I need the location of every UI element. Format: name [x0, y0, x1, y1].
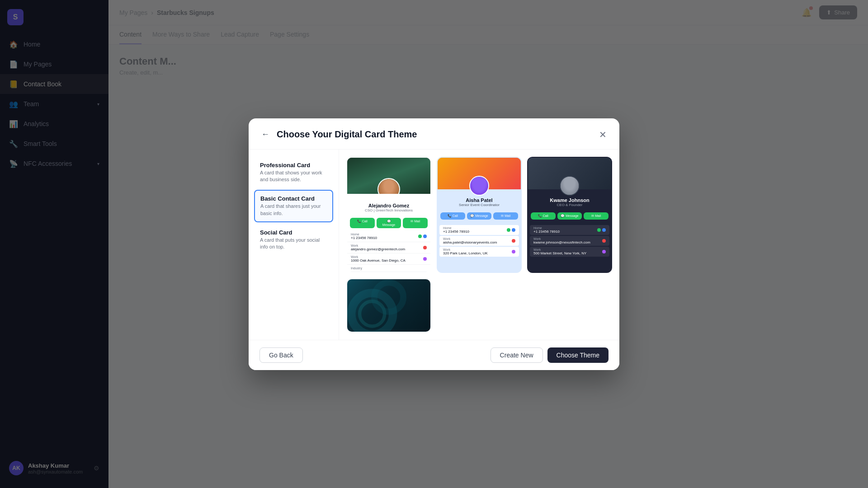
create-new-button[interactable]: Create New: [491, 347, 543, 363]
card-type-basic[interactable]: Basic Contact Card A card that shares ju…: [254, 190, 333, 222]
footer-actions: Create New Choose Theme: [491, 347, 609, 363]
theme-kwame[interactable]: Kwame Johnson CEO & Founder 📞 Call 💬 Mes…: [527, 157, 612, 273]
modal-close-button[interactable]: ✕: [597, 127, 609, 142]
go-back-button[interactable]: Go Back: [259, 347, 303, 363]
modal-overlay[interactable]: ← Choose Your Digital Card Theme ✕ Profe…: [0, 0, 868, 488]
mail-btn-kwame[interactable]: ✉ Mail: [584, 212, 609, 220]
msg-btn-kwame[interactable]: 💬 Message: [557, 212, 582, 220]
svg-point-1: [360, 301, 385, 326]
mail-btn-aisha[interactable]: ✉ Mail: [493, 212, 518, 220]
card-type-professional[interactable]: Professional Card A card that shows your…: [254, 157, 333, 188]
choose-theme-modal: ← Choose Your Digital Card Theme ✕ Profe…: [249, 118, 619, 370]
mail-btn-alejandro[interactable]: ✉ Mail: [403, 218, 428, 228]
card-name-aisha: Aisha Patel: [441, 197, 517, 203]
modal-body: Professional Card A card that shows your…: [249, 150, 619, 340]
card-name-alejandro: Alejandro Gomez: [351, 203, 427, 208]
card-name-kwame: Kwame Johnson: [532, 197, 608, 203]
card-type-list: Professional Card A card that shows your…: [249, 150, 339, 340]
msg-btn-aisha[interactable]: 💬 Message: [467, 212, 492, 220]
theme-alejandro[interactable]: Alejandro Gomez CSO | GreenTech Innovati…: [346, 157, 431, 273]
call-btn-aisha[interactable]: 📞 Call: [440, 212, 465, 220]
theme-grid: Alejandro Gomez CSO | GreenTech Innovati…: [339, 150, 619, 340]
call-btn-kwame[interactable]: 📞 Call: [531, 212, 556, 220]
card-type-social[interactable]: Social Card A card that puts your social…: [254, 224, 333, 256]
msg-btn-alejandro[interactable]: 💬 Message: [377, 218, 401, 228]
choose-theme-button[interactable]: Choose Theme: [547, 347, 609, 363]
modal-header: ← Choose Your Digital Card Theme ✕: [249, 118, 619, 150]
modal-title: Choose Your Digital Card Theme: [277, 129, 592, 140]
call-btn-alejandro[interactable]: 📞 Call: [350, 218, 375, 228]
modal-back-button[interactable]: ←: [259, 128, 271, 141]
theme-aisha[interactable]: Aisha Patel Senior Event Coordinator 📞 C…: [437, 157, 522, 273]
modal-footer: Go Back Create New Choose Theme: [249, 340, 619, 370]
theme-teal-dark[interactable]: [346, 278, 431, 333]
